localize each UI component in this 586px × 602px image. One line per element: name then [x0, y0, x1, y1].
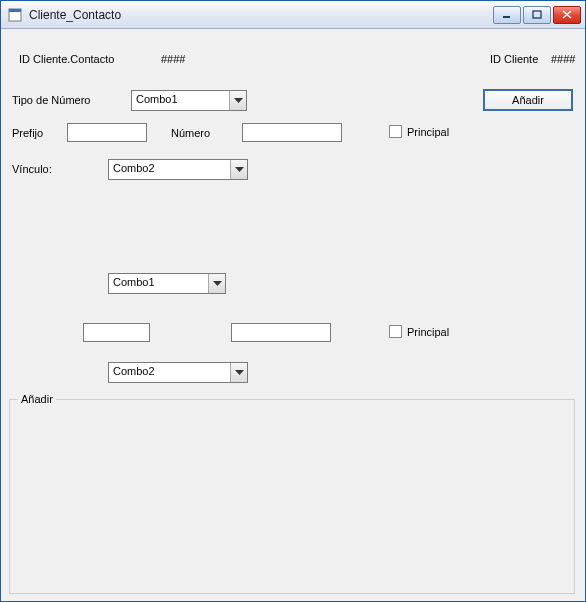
tipo-numero-combo-text: Combo1	[132, 91, 229, 110]
tipo-numero-label: Tipo de Número	[12, 94, 90, 106]
id-cliente-value: ####	[551, 53, 575, 65]
chevron-down-icon	[230, 160, 247, 179]
checkbox-box-icon	[389, 125, 402, 138]
svg-rect-1	[9, 9, 21, 12]
vinculo-combo-2-text: Combo2	[109, 363, 230, 382]
svg-rect-3	[533, 11, 541, 18]
close-button[interactable]	[553, 6, 581, 24]
titlebar: Cliente_Contacto	[1, 1, 585, 29]
vinculo-combo-text: Combo2	[109, 160, 230, 179]
chevron-down-icon	[230, 363, 247, 382]
prefijo-label: Prefijo	[12, 127, 43, 139]
numero-label: Número	[171, 127, 210, 139]
numero-input-2[interactable]	[231, 323, 331, 342]
numero-input[interactable]	[242, 123, 342, 142]
principal-label: Principal	[407, 126, 449, 138]
id-cliente-label: ID Cliente	[490, 53, 538, 65]
vinculo-combo-2[interactable]: Combo2	[108, 362, 248, 383]
principal-checkbox[interactable]: Principal	[389, 125, 449, 138]
maximize-button[interactable]	[523, 6, 551, 24]
add-button[interactable]: Añadir	[483, 89, 573, 111]
client-area: ID Cliente.Contacto #### ID Cliente ####…	[1, 29, 585, 601]
vinculo-label: Vínculo:	[12, 163, 52, 175]
chevron-down-icon	[229, 91, 246, 110]
vinculo-combo[interactable]: Combo2	[108, 159, 248, 180]
chevron-down-icon	[208, 274, 225, 293]
groupbox-title: Añadir	[18, 393, 56, 405]
window-buttons	[493, 6, 581, 24]
id-contacto-label: ID Cliente.Contacto	[19, 53, 114, 65]
minimize-button[interactable]	[493, 6, 521, 24]
tipo-numero-combo-2-text: Combo1	[109, 274, 208, 293]
prefijo-input-2[interactable]	[83, 323, 150, 342]
window: Cliente_Contacto ID Cliente.Contacto ###…	[0, 0, 586, 602]
tipo-numero-combo[interactable]: Combo1	[131, 90, 247, 111]
principal-label-2: Principal	[407, 326, 449, 338]
principal-checkbox-2[interactable]: Principal	[389, 325, 449, 338]
id-contacto-value: ####	[161, 53, 185, 65]
form-icon	[7, 7, 23, 23]
svg-rect-2	[503, 16, 510, 18]
prefijo-input[interactable]	[67, 123, 147, 142]
checkbox-box-icon	[389, 325, 402, 338]
tipo-numero-combo-2[interactable]: Combo1	[108, 273, 226, 294]
add-groupbox: Añadir	[9, 399, 575, 594]
window-title: Cliente_Contacto	[29, 8, 493, 22]
